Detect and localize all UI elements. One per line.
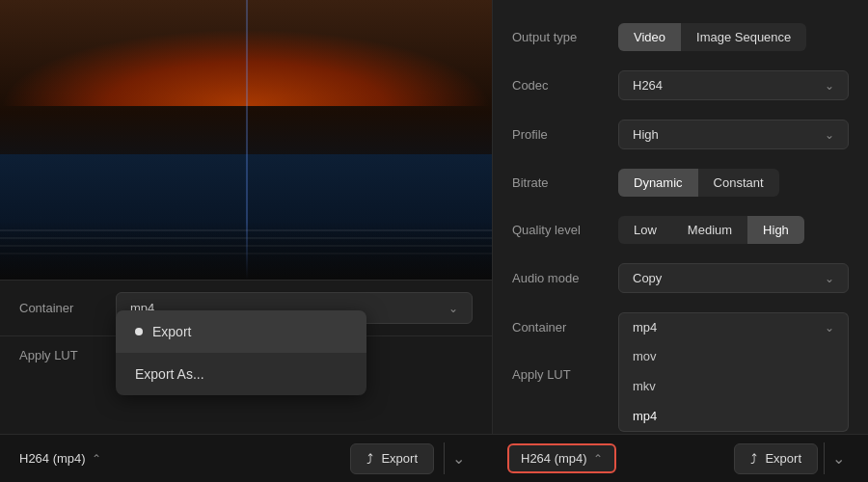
quality-low[interactable]: Low: [618, 216, 672, 244]
chevron-up-icon-left: ⌃: [92, 452, 101, 466]
context-export-as-label: Export As...: [135, 366, 204, 382]
output-type-buttons: Video Image Sequence: [618, 23, 806, 51]
bottom-right: H264 (mp4) ⌃ ⤴ Export ⌄: [492, 442, 868, 474]
codec-controls: H264 ⌄: [618, 70, 849, 100]
export-split-right[interactable]: ⌄: [824, 442, 853, 474]
menu-dot-icon: [135, 328, 143, 335]
context-menu-export[interactable]: Export: [116, 310, 366, 353]
codec-label: Codec: [512, 78, 618, 93]
main-area: Container mp4 ⌄ Apply LUT Export Export …: [0, 0, 868, 434]
context-menu-export-as[interactable]: Export As...: [116, 353, 366, 395]
audio-mode-arrow-icon: ⌄: [825, 272, 834, 285]
profile-label: Profile: [512, 127, 618, 142]
bottom-bar: H264 (mp4) ⌃ ⤴ Export ⌄ H264 (mp4) ⌃ ⤴ E…: [0, 434, 868, 482]
audio-mode-value: Copy: [633, 271, 662, 285]
codec-row: Codec H264 ⌄: [512, 63, 849, 108]
audio-mode-controls: Copy ⌄: [618, 263, 849, 293]
export-label-right: Export: [765, 451, 801, 466]
bitrate-row: Bitrate Dynamic Constant: [512, 161, 849, 204]
bitrate-constant[interactable]: Constant: [698, 169, 779, 197]
output-type-row: Output type Video Image Sequence: [512, 15, 849, 59]
output-type-video[interactable]: Video: [618, 23, 681, 51]
profile-dropdown[interactable]: High ⌄: [618, 120, 849, 149]
quality-buttons: Low Medium High: [618, 216, 804, 244]
export-split-left[interactable]: ⌄: [444, 442, 473, 474]
profile-controls: High ⌄: [618, 120, 849, 149]
output-type-label: Output type: [512, 30, 618, 44]
audio-mode-dropdown[interactable]: Copy ⌄: [618, 263, 849, 293]
audio-mode-row: Audio mode Copy ⌄: [512, 255, 849, 301]
water-line: [0, 245, 492, 247]
right-container-row: Container mp4 ⌄ mov mkv mp4: [512, 305, 849, 349]
context-menu: Export Export As...: [116, 310, 366, 395]
codec-text-left: H264 (mp4): [19, 451, 86, 466]
profile-row: Profile High ⌄: [512, 112, 849, 157]
profile-value: High: [633, 127, 659, 142]
export-button-right[interactable]: ⤴ Export: [734, 443, 818, 474]
container-arrow-icon: ⌄: [448, 302, 458, 315]
context-export-label: Export: [152, 324, 191, 339]
export-icon-left: ⤴: [366, 451, 373, 467]
quality-medium[interactable]: Medium: [672, 216, 747, 244]
codec-text-right: H264 (mp4): [521, 451, 587, 466]
output-type-image-sequence[interactable]: Image Sequence: [681, 23, 806, 51]
container-option-mkv[interactable]: mkv: [619, 371, 848, 401]
export-icon-right: ⤴: [750, 451, 757, 467]
water-line: [0, 229, 492, 231]
profile-arrow-icon: ⌄: [825, 128, 834, 142]
right-container-wrapper: mp4 ⌄ mov mkv mp4: [618, 312, 849, 341]
output-type-controls: Video Image Sequence: [618, 23, 849, 51]
quality-high[interactable]: High: [747, 216, 804, 244]
quality-label: Quality level: [512, 223, 618, 237]
bitrate-controls: Dynamic Constant: [618, 169, 849, 197]
left-panel: Container mp4 ⌄ Apply LUT Export Export …: [0, 0, 492, 434]
horizon-divider: [246, 0, 248, 280]
right-apply-lut-label: Apply LUT: [512, 367, 618, 382]
right-panel: Output type Video Image Sequence Codec H…: [492, 0, 868, 434]
chevron-up-icon-right: ⌃: [593, 452, 603, 466]
codec-dropdown[interactable]: H264 ⌄: [618, 70, 849, 100]
audio-mode-label: Audio mode: [512, 271, 618, 285]
codec-value: H264: [633, 78, 663, 93]
export-button-left[interactable]: ⤴ Export: [350, 443, 434, 474]
preview-image: [0, 0, 492, 280]
right-container-value: mp4: [633, 320, 657, 335]
container-options-list: mov mkv mp4: [618, 341, 849, 432]
codec-label-left: H264 (mp4) ⌃: [19, 451, 101, 466]
right-container-dropdown[interactable]: mp4 ⌄: [618, 312, 849, 341]
container-option-mov[interactable]: mov: [619, 341, 848, 371]
right-container-controls: mp4 ⌄ mov mkv mp4: [618, 312, 849, 341]
export-label-left: Export: [381, 451, 418, 466]
right-container-arrow-icon: ⌄: [825, 321, 834, 335]
container-option-mp4[interactable]: mp4: [619, 401, 848, 431]
right-container-label: Container: [512, 320, 618, 335]
codec-label-right[interactable]: H264 (mp4) ⌃: [507, 443, 616, 473]
water-line: [0, 253, 492, 254]
bitrate-buttons: Dynamic Constant: [618, 169, 779, 197]
apply-lut-label: Apply LUT: [19, 348, 116, 362]
container-label: Container: [19, 301, 116, 315]
bottom-left: H264 (mp4) ⌃ ⤴ Export ⌄: [0, 442, 492, 474]
water-line: [0, 237, 492, 239]
water-lines: [0, 224, 492, 260]
bitrate-dynamic[interactable]: Dynamic: [618, 169, 698, 197]
bitrate-label: Bitrate: [512, 175, 618, 190]
codec-arrow-icon: ⌄: [825, 79, 834, 93]
quality-row: Quality level Low Medium High: [512, 208, 849, 252]
quality-controls: Low Medium High: [618, 216, 849, 244]
